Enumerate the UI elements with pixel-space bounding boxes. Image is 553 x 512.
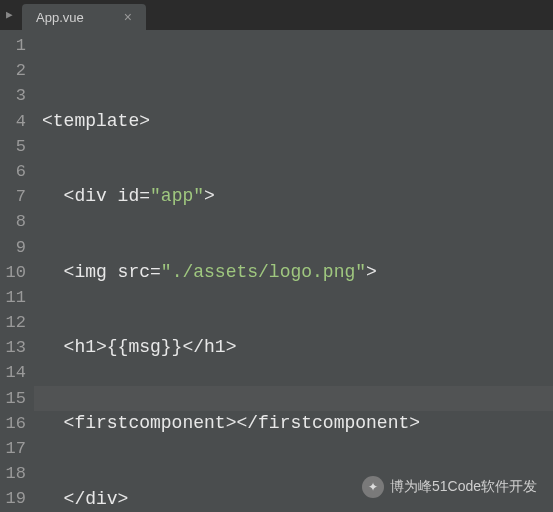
- line-number: 10: [0, 260, 26, 285]
- close-icon[interactable]: ×: [124, 9, 132, 25]
- line-number: 9: [0, 235, 26, 260]
- code-editor[interactable]: 1 2 3 4 5 6 7 8 9 10 11 12 13 14 15 16 1…: [0, 30, 553, 512]
- active-line-highlight: [34, 386, 553, 411]
- line-gutter: 1 2 3 4 5 6 7 8 9 10 11 12 13 14 15 16 1…: [0, 30, 34, 512]
- line-number: 11: [0, 285, 26, 310]
- code-area[interactable]: <template> <div id="app"> <img src="./as…: [34, 30, 553, 512]
- tab-filename: App.vue: [36, 10, 84, 25]
- line-number: 15: [0, 386, 26, 411]
- line-number: 8: [0, 209, 26, 234]
- code-line: <template>: [42, 109, 553, 134]
- line-number: 14: [0, 360, 26, 385]
- line-number: 17: [0, 436, 26, 461]
- line-number: 12: [0, 310, 26, 335]
- code-line: <div id="app">: [42, 184, 553, 209]
- watermark-text: 博为峰51Code软件开发: [390, 478, 537, 496]
- line-number: 5: [0, 134, 26, 159]
- line-number: 18: [0, 461, 26, 486]
- wechat-icon: ✦: [362, 476, 384, 498]
- tab-bar: ▶ App.vue ×: [0, 0, 553, 30]
- line-number: 16: [0, 411, 26, 436]
- line-number: 6: [0, 159, 26, 184]
- play-icon: ▶: [6, 8, 13, 21]
- watermark: ✦ 博为峰51Code软件开发: [362, 476, 537, 498]
- code-line: <firstcomponent></firstcomponent>: [42, 411, 553, 436]
- line-number: 4: [0, 109, 26, 134]
- line-number: 19: [0, 486, 26, 511]
- file-tab[interactable]: App.vue ×: [22, 4, 146, 30]
- line-number: 1: [0, 33, 26, 58]
- line-number: 2: [0, 58, 26, 83]
- line-number: 13: [0, 335, 26, 360]
- line-number: 3: [0, 83, 26, 108]
- line-number: 7: [0, 184, 26, 209]
- code-line: <img src="./assets/logo.png">: [42, 260, 553, 285]
- code-line: <h1>{{msg}}</h1>: [42, 335, 553, 360]
